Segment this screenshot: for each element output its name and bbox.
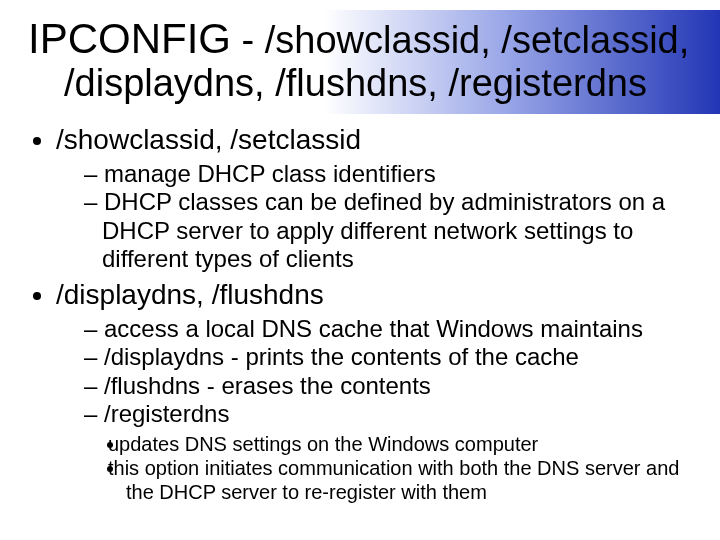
title-separator: - (231, 19, 265, 61)
sub-item: /registerdns updates DNS settings on the… (84, 400, 692, 504)
title-rest1: /showclassid, /setclassid, (265, 19, 690, 61)
sub-item: access a local DNS cache that Windows ma… (84, 315, 692, 343)
subsub-list: updates DNS settings on the Windows comp… (102, 432, 692, 504)
slide-title-line2: /displaydns, /flushdns, /registerdns (28, 62, 692, 106)
bullet-heading: /displaydns, /flushdns (56, 279, 324, 310)
bullet-item: /displaydns, /flushdns access a local DN… (56, 279, 692, 504)
sub-list: access a local DNS cache that Windows ma… (56, 315, 692, 504)
sub-item: /displaydns - prints the contents of the… (84, 343, 692, 371)
title-keyword: IPCONFIG (28, 15, 231, 62)
bullet-heading: /showclassid, /setclassid (56, 124, 361, 155)
subsub-item: this option initiates communication with… (126, 456, 692, 504)
slide: IPCONFIG - /showclassid, /setclassid, /d… (0, 0, 720, 540)
bullet-item: /showclassid, /setclassid manage DHCP cl… (56, 124, 692, 273)
bullet-list: /showclassid, /setclassid manage DHCP cl… (28, 124, 692, 505)
sub-item-text: /registerdns (104, 400, 229, 427)
subsub-item: updates DNS settings on the Windows comp… (126, 432, 692, 456)
sub-list: manage DHCP class identifiers DHCP class… (56, 160, 692, 273)
sub-item: /flushdns - erases the contents (84, 372, 692, 400)
sub-item: manage DHCP class identifiers (84, 160, 692, 188)
slide-title-area: IPCONFIG - /showclassid, /setclassid, /d… (0, 10, 720, 114)
slide-title-line1: IPCONFIG - /showclassid, /setclassid, (28, 16, 692, 62)
sub-item: DHCP classes can be defined by administr… (84, 188, 692, 273)
